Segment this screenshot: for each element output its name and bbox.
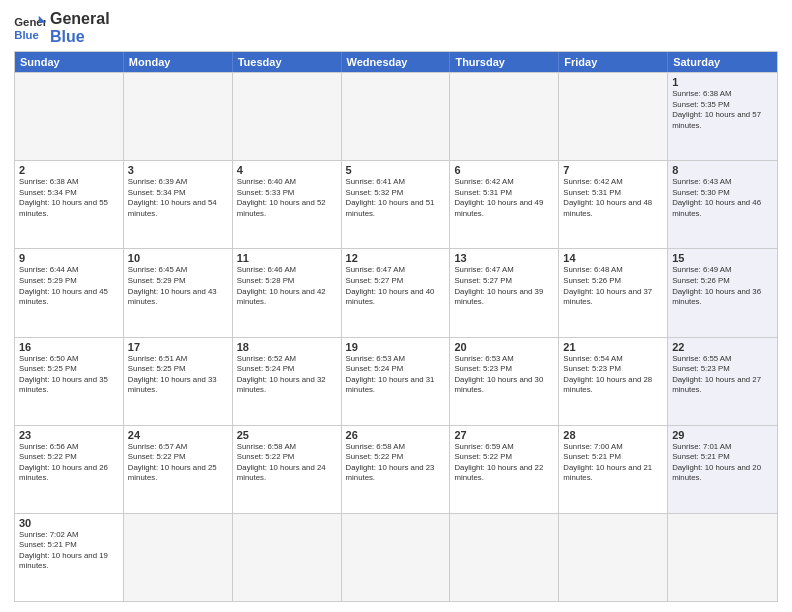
- day-number: 28: [563, 429, 663, 441]
- cell-info: Sunrise: 6:53 AM Sunset: 5:23 PM Dayligh…: [454, 354, 554, 396]
- calendar-cell: 28Sunrise: 7:00 AM Sunset: 5:21 PM Dayli…: [559, 426, 668, 513]
- cell-info: Sunrise: 7:00 AM Sunset: 5:21 PM Dayligh…: [563, 442, 663, 484]
- calendar-body: 1Sunrise: 6:38 AM Sunset: 5:35 PM Daylig…: [15, 72, 777, 601]
- logo: General Blue General Blue: [14, 10, 110, 45]
- cell-info: Sunrise: 6:40 AM Sunset: 5:33 PM Dayligh…: [237, 177, 337, 219]
- cell-info: Sunrise: 6:58 AM Sunset: 5:22 PM Dayligh…: [346, 442, 446, 484]
- calendar-cell: 7Sunrise: 6:42 AM Sunset: 5:31 PM Daylig…: [559, 161, 668, 248]
- calendar-cell: [342, 514, 451, 601]
- logo-icon: General Blue: [14, 14, 46, 42]
- header: General Blue General Blue: [14, 10, 778, 45]
- calendar-cell: [124, 514, 233, 601]
- calendar-cell: 30Sunrise: 7:02 AM Sunset: 5:21 PM Dayli…: [15, 514, 124, 601]
- weekday-header-friday: Friday: [559, 52, 668, 72]
- calendar-header: SundayMondayTuesdayWednesdayThursdayFrid…: [15, 52, 777, 72]
- calendar-cell: 21Sunrise: 6:54 AM Sunset: 5:23 PM Dayli…: [559, 338, 668, 425]
- calendar-cell: 17Sunrise: 6:51 AM Sunset: 5:25 PM Dayli…: [124, 338, 233, 425]
- day-number: 26: [346, 429, 446, 441]
- calendar-cell: 27Sunrise: 6:59 AM Sunset: 5:22 PM Dayli…: [450, 426, 559, 513]
- cell-info: Sunrise: 7:01 AM Sunset: 5:21 PM Dayligh…: [672, 442, 773, 484]
- calendar-cell: 5Sunrise: 6:41 AM Sunset: 5:32 PM Daylig…: [342, 161, 451, 248]
- cell-info: Sunrise: 6:47 AM Sunset: 5:27 PM Dayligh…: [346, 265, 446, 307]
- page: General Blue General Blue SundayMondayTu…: [0, 0, 792, 612]
- day-number: 16: [19, 341, 119, 353]
- day-number: 11: [237, 252, 337, 264]
- calendar-cell: 20Sunrise: 6:53 AM Sunset: 5:23 PM Dayli…: [450, 338, 559, 425]
- cell-info: Sunrise: 6:45 AM Sunset: 5:29 PM Dayligh…: [128, 265, 228, 307]
- cell-info: Sunrise: 6:42 AM Sunset: 5:31 PM Dayligh…: [563, 177, 663, 219]
- calendar-row-0: 1Sunrise: 6:38 AM Sunset: 5:35 PM Daylig…: [15, 72, 777, 160]
- cell-info: Sunrise: 6:41 AM Sunset: 5:32 PM Dayligh…: [346, 177, 446, 219]
- calendar-cell: [15, 73, 124, 160]
- calendar-row-4: 23Sunrise: 6:56 AM Sunset: 5:22 PM Dayli…: [15, 425, 777, 513]
- cell-info: Sunrise: 6:54 AM Sunset: 5:23 PM Dayligh…: [563, 354, 663, 396]
- day-number: 7: [563, 164, 663, 176]
- svg-text:Blue: Blue: [14, 28, 39, 40]
- cell-info: Sunrise: 6:53 AM Sunset: 5:24 PM Dayligh…: [346, 354, 446, 396]
- day-number: 20: [454, 341, 554, 353]
- calendar-cell: 19Sunrise: 6:53 AM Sunset: 5:24 PM Dayli…: [342, 338, 451, 425]
- calendar-cell: [233, 73, 342, 160]
- cell-info: Sunrise: 6:38 AM Sunset: 5:35 PM Dayligh…: [672, 89, 773, 131]
- calendar-cell: 9Sunrise: 6:44 AM Sunset: 5:29 PM Daylig…: [15, 249, 124, 336]
- calendar-cell: 14Sunrise: 6:48 AM Sunset: 5:26 PM Dayli…: [559, 249, 668, 336]
- weekday-header-tuesday: Tuesday: [233, 52, 342, 72]
- weekday-header-saturday: Saturday: [668, 52, 777, 72]
- calendar-cell: 1Sunrise: 6:38 AM Sunset: 5:35 PM Daylig…: [668, 73, 777, 160]
- day-number: 1: [672, 76, 773, 88]
- calendar-cell: 2Sunrise: 6:38 AM Sunset: 5:34 PM Daylig…: [15, 161, 124, 248]
- calendar-cell: 29Sunrise: 7:01 AM Sunset: 5:21 PM Dayli…: [668, 426, 777, 513]
- calendar-cell: 15Sunrise: 6:49 AM Sunset: 5:26 PM Dayli…: [668, 249, 777, 336]
- calendar-cell: 24Sunrise: 6:57 AM Sunset: 5:22 PM Dayli…: [124, 426, 233, 513]
- day-number: 13: [454, 252, 554, 264]
- cell-info: Sunrise: 6:51 AM Sunset: 5:25 PM Dayligh…: [128, 354, 228, 396]
- calendar-row-1: 2Sunrise: 6:38 AM Sunset: 5:34 PM Daylig…: [15, 160, 777, 248]
- calendar-cell: 11Sunrise: 6:46 AM Sunset: 5:28 PM Dayli…: [233, 249, 342, 336]
- cell-info: Sunrise: 6:52 AM Sunset: 5:24 PM Dayligh…: [237, 354, 337, 396]
- cell-info: Sunrise: 6:48 AM Sunset: 5:26 PM Dayligh…: [563, 265, 663, 307]
- weekday-header-thursday: Thursday: [450, 52, 559, 72]
- weekday-header-wednesday: Wednesday: [342, 52, 451, 72]
- day-number: 3: [128, 164, 228, 176]
- day-number: 27: [454, 429, 554, 441]
- cell-info: Sunrise: 6:58 AM Sunset: 5:22 PM Dayligh…: [237, 442, 337, 484]
- day-number: 14: [563, 252, 663, 264]
- calendar-cell: [450, 514, 559, 601]
- calendar-cell: [124, 73, 233, 160]
- weekday-header-sunday: Sunday: [15, 52, 124, 72]
- calendar-cell: 22Sunrise: 6:55 AM Sunset: 5:23 PM Dayli…: [668, 338, 777, 425]
- day-number: 9: [19, 252, 119, 264]
- day-number: 15: [672, 252, 773, 264]
- calendar-cell: [559, 514, 668, 601]
- cell-info: Sunrise: 6:59 AM Sunset: 5:22 PM Dayligh…: [454, 442, 554, 484]
- cell-info: Sunrise: 6:43 AM Sunset: 5:30 PM Dayligh…: [672, 177, 773, 219]
- cell-info: Sunrise: 6:55 AM Sunset: 5:23 PM Dayligh…: [672, 354, 773, 396]
- cell-info: Sunrise: 6:46 AM Sunset: 5:28 PM Dayligh…: [237, 265, 337, 307]
- day-number: 23: [19, 429, 119, 441]
- calendar-cell: [450, 73, 559, 160]
- logo-general: General: [50, 10, 110, 28]
- cell-info: Sunrise: 6:49 AM Sunset: 5:26 PM Dayligh…: [672, 265, 773, 307]
- calendar-cell: [559, 73, 668, 160]
- cell-info: Sunrise: 6:57 AM Sunset: 5:22 PM Dayligh…: [128, 442, 228, 484]
- day-number: 10: [128, 252, 228, 264]
- calendar-row-2: 9Sunrise: 6:44 AM Sunset: 5:29 PM Daylig…: [15, 248, 777, 336]
- cell-info: Sunrise: 7:02 AM Sunset: 5:21 PM Dayligh…: [19, 530, 119, 572]
- cell-info: Sunrise: 6:44 AM Sunset: 5:29 PM Dayligh…: [19, 265, 119, 307]
- day-number: 24: [128, 429, 228, 441]
- cell-info: Sunrise: 6:38 AM Sunset: 5:34 PM Dayligh…: [19, 177, 119, 219]
- day-number: 29: [672, 429, 773, 441]
- logo-blue: Blue: [50, 28, 110, 46]
- day-number: 21: [563, 341, 663, 353]
- cell-info: Sunrise: 6:47 AM Sunset: 5:27 PM Dayligh…: [454, 265, 554, 307]
- calendar-cell: 12Sunrise: 6:47 AM Sunset: 5:27 PM Dayli…: [342, 249, 451, 336]
- calendar-row-3: 16Sunrise: 6:50 AM Sunset: 5:25 PM Dayli…: [15, 337, 777, 425]
- cell-info: Sunrise: 6:56 AM Sunset: 5:22 PM Dayligh…: [19, 442, 119, 484]
- calendar: SundayMondayTuesdayWednesdayThursdayFrid…: [14, 51, 778, 602]
- day-number: 30: [19, 517, 119, 529]
- day-number: 4: [237, 164, 337, 176]
- day-number: 22: [672, 341, 773, 353]
- calendar-cell: 16Sunrise: 6:50 AM Sunset: 5:25 PM Dayli…: [15, 338, 124, 425]
- day-number: 6: [454, 164, 554, 176]
- calendar-cell: [233, 514, 342, 601]
